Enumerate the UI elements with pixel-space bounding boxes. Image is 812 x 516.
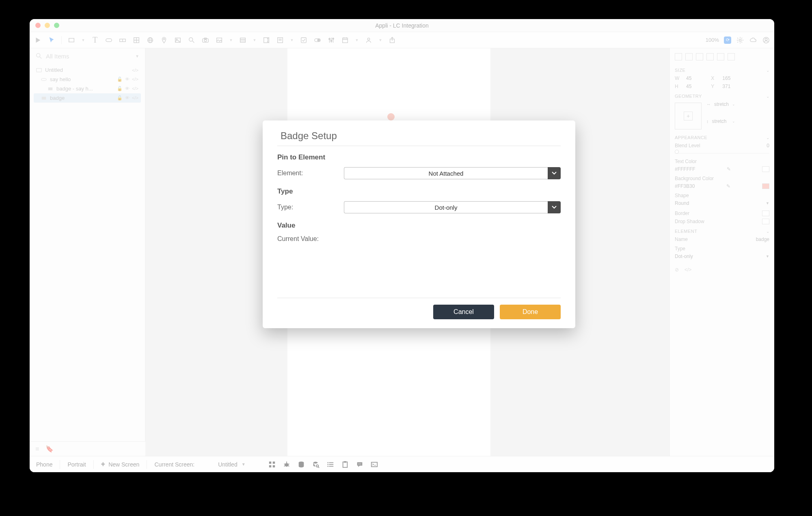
- chevron-down-icon[interactable]: [548, 167, 561, 179]
- done-button[interactable]: Done: [500, 305, 561, 319]
- element-combobox-value: Not Attached: [344, 167, 548, 179]
- type-section-header: Type: [277, 186, 561, 200]
- cancel-button[interactable]: Cancel: [433, 305, 494, 319]
- element-label: Element:: [277, 170, 338, 177]
- badge-setup-modal: Badge Setup Pin to Element Element: Not …: [263, 120, 575, 328]
- pin-section-header: Pin to Element: [277, 152, 561, 166]
- type-combobox[interactable]: Dot-only: [344, 201, 561, 213]
- modal-title: Badge Setup: [277, 130, 561, 146]
- value-section-header: Value: [277, 220, 561, 234]
- modal-overlay: Badge Setup Pin to Element Element: Not …: [30, 19, 774, 472]
- type-label: Type:: [277, 204, 338, 211]
- element-combobox[interactable]: Not Attached: [344, 167, 561, 179]
- type-combobox-value: Dot-only: [344, 201, 548, 213]
- app-window: Appli - LC Integration ▼ T ▼ ▼ ▼ ▼ ▼ 100…: [30, 19, 774, 472]
- chevron-down-icon[interactable]: [548, 201, 561, 213]
- current-value-label: Current Value:: [277, 235, 319, 243]
